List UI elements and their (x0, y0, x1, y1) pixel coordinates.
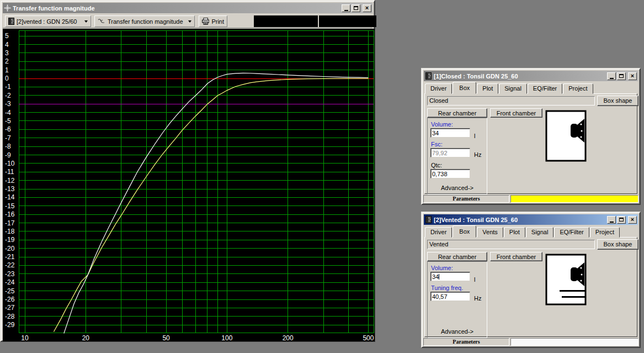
box-shape-button[interactable]: Box shape (597, 96, 638, 106)
plot-window-titlebar[interactable]: Transfer function magnitude × (3, 3, 372, 13)
tab-eq-filter[interactable]: EQ/Filter (554, 227, 589, 238)
svg-text:10: 10 (21, 334, 29, 341)
tab-project[interactable]: Project (590, 227, 620, 238)
maximize-icon (354, 6, 358, 10)
tab-project[interactable]: Project (563, 83, 593, 94)
svg-text:-29: -29 (5, 321, 15, 329)
qtc-label: Qtc: (431, 162, 442, 168)
rear-chamber-panel: Volume: 34 l Tuning freq. 40,57 Hz Advan… (427, 261, 487, 338)
vented-box-window: [2]Vented : Tonsil GDN 25_60 × DriverBox… (421, 212, 641, 348)
box-type-field[interactable]: Closed (427, 96, 595, 106)
svg-text:-18: -18 (5, 228, 15, 235)
volume-input[interactable]: 34 (430, 272, 470, 281)
svg-text:-9: -9 (5, 151, 11, 159)
qtc-input[interactable]: 0,738 (430, 169, 470, 178)
box-shape-preview (545, 254, 587, 306)
volume-label: Volume: (431, 265, 453, 271)
desktop: Transfer function magnitude × [2]vented … (0, 0, 644, 353)
minimize-button[interactable] (342, 4, 350, 12)
minimize-button[interactable] (607, 72, 616, 80)
box-type-field[interactable]: Vented (427, 240, 595, 249)
close-button[interactable]: × (628, 72, 637, 80)
svg-text:50: 50 (162, 334, 170, 341)
minimize-icon (610, 78, 614, 79)
vented-tab-strip: DriverBoxVentsPlotSignalEQ/FilterProject (425, 226, 620, 238)
advanced-button[interactable]: Advanced-> (428, 185, 487, 191)
parameters-status[interactable]: Parameters (423, 338, 509, 346)
cursor-readout-2 (319, 15, 376, 27)
svg-text:-10: -10 (5, 160, 15, 167)
maximize-icon (619, 218, 624, 222)
close-icon: × (631, 217, 634, 223)
tab-eq-filter[interactable]: EQ/Filter (528, 83, 562, 94)
print-button[interactable]: Print (199, 15, 227, 27)
rear-chamber-button[interactable]: Rear chamber (427, 108, 487, 118)
parameters-status[interactable]: Parameters (423, 195, 509, 203)
closed-statusbar: Parameters (423, 195, 638, 203)
close-icon: × (631, 73, 634, 79)
transfer-function-chart: -29-28-27-26-25-24-23-22-21-20-19-18-17-… (3, 29, 375, 341)
tab-box[interactable]: Box (453, 225, 476, 238)
svg-text:3: 3 (5, 49, 9, 57)
advanced-button[interactable]: Advanced-> (428, 328, 487, 335)
notebook-icon (425, 72, 432, 80)
close-button[interactable]: × (628, 216, 637, 224)
tuning-freq-input[interactable]: 40,57 (430, 292, 470, 301)
tab-box[interactable]: Box (453, 82, 476, 94)
svg-text:-15: -15 (5, 202, 15, 210)
svg-text:4: 4 (5, 41, 9, 49)
minimize-button[interactable] (607, 216, 616, 224)
maximize-button[interactable] (352, 4, 360, 12)
crosshair-icon (4, 4, 11, 12)
svg-text:-4: -4 (5, 109, 11, 117)
close-button[interactable]: × (363, 4, 371, 12)
notebook-icon (425, 216, 432, 223)
status-indicator-bar (510, 338, 638, 346)
tab-driver[interactable]: Driver (425, 227, 452, 238)
maximize-button[interactable] (617, 72, 626, 80)
volume-input[interactable]: 34 (430, 128, 470, 138)
plot-area: -29-28-27-26-25-24-23-22-21-20-19-18-17-… (3, 29, 375, 341)
closed-tab-strip: DriverBoxPlotSignalEQ/FilterProject (425, 83, 594, 94)
tab-driver[interactable]: Driver (425, 83, 452, 94)
svg-text:100: 100 (221, 334, 232, 341)
box-shape-preview (545, 110, 587, 162)
svg-text:-25: -25 (5, 287, 15, 295)
svg-text:-22: -22 (5, 261, 15, 269)
tab-plot[interactable]: Plot (504, 227, 525, 238)
svg-text:-27: -27 (5, 304, 15, 312)
vented-window-title: [2]Vented : Tonsil GDN 25_60 (434, 217, 605, 223)
project-selector-combo[interactable]: [2]vented : GDN 25/60 (5, 15, 91, 27)
notebook-icon (8, 18, 14, 25)
closed-window-titlebar[interactable]: [1]Closed : Tonsil GDN 25_60 × (424, 71, 638, 81)
graph-type-combo[interactable]: Transfer function magnitude (94, 15, 195, 27)
tab-signal[interactable]: Signal (499, 83, 527, 94)
minimize-icon (344, 10, 348, 11)
tab-signal[interactable]: Signal (526, 227, 554, 238)
tab-plot[interactable]: Plot (477, 83, 498, 94)
tuning-freq-label: Tuning freq. (431, 284, 463, 291)
svg-text:200: 200 (283, 334, 294, 341)
cursor-readout-1 (254, 15, 318, 27)
svg-text:20: 20 (82, 334, 90, 341)
maximize-button[interactable] (617, 216, 626, 224)
graph-type-value: Transfer function magnitude (108, 18, 183, 25)
plot-window-title: Transfer function magnitude (13, 5, 340, 12)
svg-text:-8: -8 (5, 143, 11, 150)
svg-text:-7: -7 (5, 134, 11, 142)
volume-label: Volume: (431, 121, 453, 128)
front-chamber-button[interactable]: Front chamber (490, 252, 542, 261)
box-shape-button[interactable]: Box shape (597, 239, 638, 250)
vented-window-titlebar[interactable]: [2]Vented : Tonsil GDN 25_60 × (424, 214, 638, 225)
tab-vents[interactable]: Vents (477, 227, 503, 238)
front-chamber-button[interactable]: Front chamber (490, 108, 542, 118)
svg-text:0: 0 (5, 75, 9, 82)
svg-text:-13: -13 (5, 185, 15, 193)
svg-text:-26: -26 (5, 296, 15, 303)
status-indicator-bar (510, 195, 638, 203)
rear-chamber-button[interactable]: Rear chamber (427, 252, 487, 261)
volume-unit: l (474, 276, 475, 283)
fsc-input[interactable]: 79,92 (430, 148, 470, 157)
sine-curve-icon (98, 18, 105, 24)
svg-text:-3: -3 (5, 100, 11, 108)
